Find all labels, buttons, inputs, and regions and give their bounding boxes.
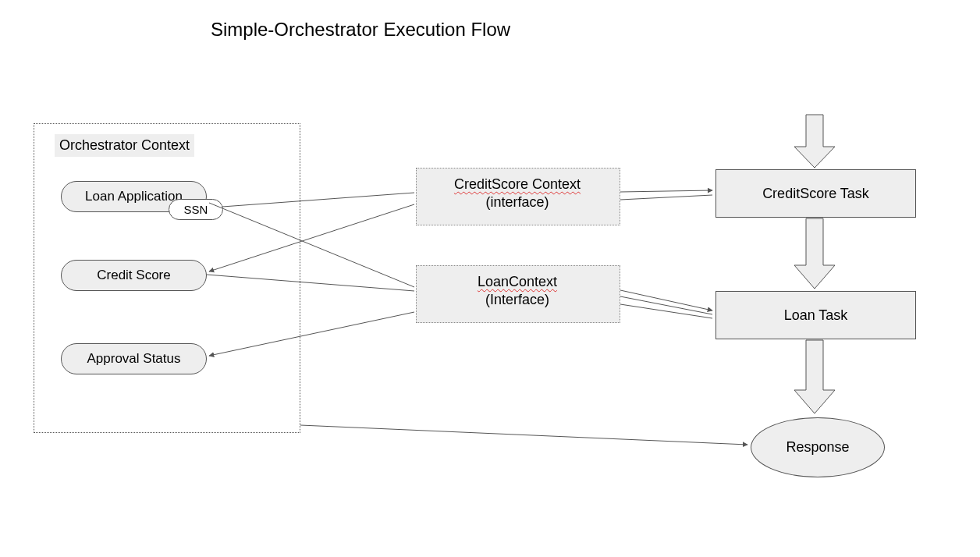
approval-status-node: Approval Status — [61, 343, 207, 374]
credit-score-task-box: CreditScore Task — [715, 169, 916, 218]
ssn-node: SSN — [169, 199, 223, 220]
response-node: Response — [751, 417, 885, 477]
svg-line-5 — [620, 190, 712, 192]
flow-arrow-middle — [794, 218, 835, 289]
svg-line-10 — [300, 425, 747, 445]
credit-score-context-label: CreditScore Context (interface) — [431, 176, 603, 212]
diagram-title: Simple-Orchestrator Execution Flow — [211, 19, 510, 41]
svg-line-9 — [620, 304, 712, 318]
diagram-canvas: Simple-Orchestrator Execution Flow Orche… — [0, 0, 980, 557]
svg-line-7 — [620, 290, 712, 310]
credit-score-node: Credit Score — [61, 260, 207, 291]
svg-line-6 — [620, 195, 712, 200]
svg-line-8 — [620, 296, 712, 314]
loan-context-label: LoanContext (Interface) — [431, 273, 603, 310]
loan-task-box: Loan Task — [715, 291, 916, 339]
orchestrator-context-label: Orchestrator Context — [55, 134, 194, 157]
flow-arrow-bottom — [794, 340, 835, 413]
flow-arrow-top — [794, 115, 835, 168]
